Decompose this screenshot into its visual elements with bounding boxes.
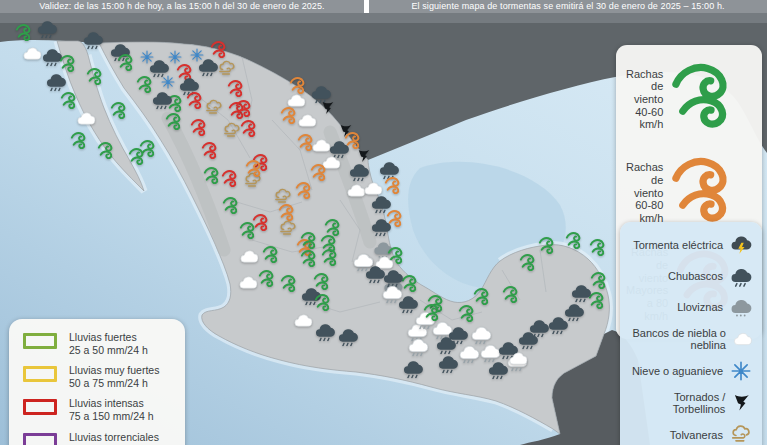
symbol-label: Tolvaneras	[670, 429, 723, 441]
symbol-legend-row: Nieve o aguanieve	[630, 360, 752, 382]
tornado-icon	[732, 393, 752, 413]
symbol-legend-row: Lloviznas	[630, 296, 752, 318]
wind-green-icon	[669, 56, 752, 143]
rain-swatch-yellow	[23, 366, 57, 382]
rain-range: 25 a 50 mm/24 h	[69, 344, 148, 357]
rain-title: Lluvias torrenciales	[69, 431, 159, 444]
dust-devil-icon	[730, 424, 752, 445]
rain-swatch-purple	[23, 433, 57, 445]
fog-icon	[733, 330, 752, 349]
rain-legend-row: Lluvias muy fuertes 50 a 75 mm/24 h	[23, 364, 173, 389]
symbol-legend-row: Chubascos	[630, 265, 752, 287]
rain-title: Lluvias intensas	[69, 397, 154, 410]
wind-legend-label: Rachas de viento	[626, 161, 663, 199]
validity-text: Validez: de las 15:00 h de hoy, a las 15…	[0, 0, 364, 13]
rain-legend-row: Lluvias intensas 75 a 150 mm/24 h	[23, 397, 173, 422]
next-issue-text: El siguiente mapa de tormentas se emitir…	[369, 0, 767, 13]
topbar: Validez: de las 15:00 h de hoy, a las 15…	[0, 0, 767, 13]
wind-legend-label: Rachas de viento	[626, 68, 663, 106]
rain-swatch-red	[23, 399, 57, 415]
snow-icon	[730, 360, 752, 382]
symbol-legend-row: Tornados / Torbellinos	[630, 391, 752, 415]
rain-legend-row: Lluvias torrenciales 150 a 250 mm/24 h	[23, 431, 173, 445]
symbols-legend: Tormenta eléctrica Chubascos Lloviznas B…	[620, 222, 762, 445]
symbol-label: Tornados / Torbellinos	[630, 391, 725, 415]
us-land-shade	[0, 13, 767, 23]
rainfall-legend: Lluvias fuertes 25 a 50 mm/24 h Lluvias …	[9, 319, 185, 445]
wind-legend-row: Rachas de viento 40-60 km/h	[626, 56, 752, 143]
rain-title: Lluvias fuertes	[69, 331, 148, 344]
rain-range: 50 a 75 mm/24 h	[69, 377, 159, 390]
showers-icon	[730, 265, 752, 287]
symbol-legend-row: Tolvaneras	[630, 424, 752, 445]
symbol-label: Tormenta eléctrica	[633, 239, 723, 251]
symbol-legend-row: Bancos de niebla o neblina	[630, 327, 752, 351]
rain-swatch-green	[23, 333, 57, 349]
symbol-label: Nieve o aguanieve	[632, 365, 723, 377]
storm-forecast-map-page: Validez: de las 15:00 h de hoy, a las 15…	[0, 0, 767, 445]
symbol-legend-row: Tormenta eléctrica	[630, 234, 752, 256]
rain-legend-row: Lluvias fuertes 25 a 50 mm/24 h	[23, 331, 173, 356]
symbol-label: Bancos de niebla o neblina	[630, 327, 726, 351]
rain-range: 75 a 150 mm/24 h	[69, 410, 154, 423]
wind-legend-range: 60-80 km/h	[626, 199, 663, 224]
wind-legend-range: 40-60 km/h	[626, 106, 663, 131]
symbol-label: Lloviznas	[677, 301, 723, 313]
thunderstorm-icon	[730, 234, 752, 256]
drizzle-icon	[730, 296, 752, 318]
symbol-label: Chubascos	[668, 270, 723, 282]
rain-title: Lluvias muy fuertes	[69, 364, 159, 377]
